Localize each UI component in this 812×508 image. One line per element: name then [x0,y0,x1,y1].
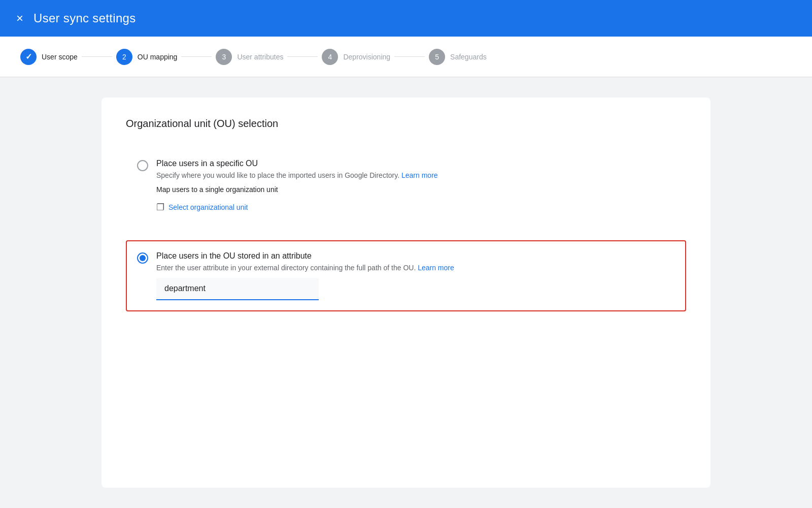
step-2-circle: 2 [116,49,132,65]
stepper: ✓ User scope 2 OU mapping 3 User attribu… [0,37,812,77]
step-3-number: 3 [222,53,226,61]
option2-description: Enter the user attribute in your externa… [156,264,675,272]
option1-subtitle: Map users to a single organization unit [156,185,675,194]
step-4-label: Deprovisioning [343,53,390,61]
step-user-scope[interactable]: ✓ User scope [20,49,78,65]
option-specific-ou[interactable]: Place users in a specific OU Specify whe… [126,148,686,224]
option-attribute-ou[interactable]: Place users in the OU stored in an attri… [126,240,686,311]
option2-content: Place users in the OU stored in an attri… [156,251,675,300]
step-4-circle: 4 [322,49,338,65]
step-connector-2 [181,56,212,57]
step-5-circle: 5 [429,49,445,65]
step-5-number: 5 [435,53,439,61]
step-connector-4 [394,56,425,57]
step-ou-mapping[interactable]: 2 OU mapping [116,49,178,65]
option2-title: Place users in the OU stored in an attri… [156,251,675,261]
step-user-attributes[interactable]: 3 User attributes [216,49,283,65]
option1-title: Place users in a specific OU [156,159,675,168]
checkmark-icon: ✓ [25,52,32,61]
ou-selection-card: Organizational unit (OU) selection Place… [101,98,710,488]
step-connector-1 [82,56,112,57]
step-2-number: 2 [122,53,126,61]
main-content: Organizational unit (OU) selection Place… [0,77,812,508]
option1-description: Specify where you would like to place th… [156,171,675,179]
radio-attribute-ou[interactable] [137,252,148,264]
card-title: Organizational unit (OU) selection [126,118,686,130]
step-connector-3 [287,56,318,57]
header: × User sync settings [0,0,812,37]
step-1-circle: ✓ [20,49,37,65]
step-3-circle: 3 [216,49,232,65]
radio-specific-ou[interactable] [137,160,148,171]
step-3-label: User attributes [237,53,283,61]
step-deprovisioning[interactable]: 4 Deprovisioning [322,49,390,65]
step-4-number: 4 [328,53,332,61]
attribute-input-wrapper [156,278,675,300]
option1-content: Place users in a specific OU Specify whe… [156,159,675,213]
step-1-label: User scope [42,53,78,61]
select-ou-label: Select organizational unit [168,203,248,211]
option2-learn-more-link[interactable]: Learn more [418,264,454,272]
step-5-label: Safeguards [450,53,487,61]
step-2-label: OU mapping [138,53,178,61]
select-ou-button[interactable]: ❐ Select organizational unit [156,202,248,213]
attribute-input[interactable] [156,278,319,300]
page-title: User sync settings [33,11,136,25]
close-icon[interactable]: × [16,12,23,24]
option1-learn-more-link[interactable]: Learn more [401,171,438,179]
ou-tree-icon: ❐ [156,202,164,213]
step-safeguards[interactable]: 5 Safeguards [429,49,487,65]
